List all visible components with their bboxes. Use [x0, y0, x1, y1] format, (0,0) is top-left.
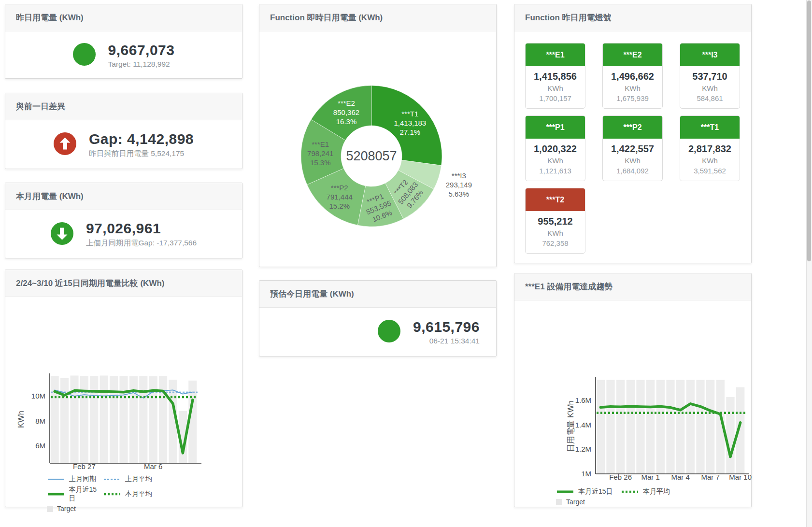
tile-label: ***I3 [680, 43, 740, 66]
tile-body: 1,415,856KWh1,700,157 [526, 66, 585, 108]
status-circle-icon [73, 43, 96, 68]
kpi-day-gap: Gap: 4,142,898 昨日與前日用電量 5,524,175 [5, 120, 242, 169]
donut-center-total: 5208057 [346, 149, 397, 163]
target-bar [656, 380, 665, 474]
tile-label: ***P2 [603, 116, 662, 139]
tile-value: 1,020,322 [527, 143, 584, 155]
day-gap-sub: 昨日與前日用電量 5,524,175 [89, 149, 194, 159]
card-estimate-title: 預估今日用電量 (KWh) [259, 281, 496, 308]
yesterday-usage-value: 9,667,073 [108, 42, 175, 58]
card-compare-title: 2/24~3/10 近15日同期用電量比較 (KWh) [5, 270, 242, 297]
legend-label: 本月近15日 [578, 487, 613, 496]
tile-label: ***E2 [603, 43, 662, 66]
scrollbar-track[interactable] [806, 0, 812, 527]
legend-label: 本月近15日 [69, 485, 103, 503]
scrollbar-thumb[interactable] [807, 0, 811, 261]
tile-value: 2,817,832 [681, 143, 739, 155]
tile-body: 955,212KWh762,358 [526, 211, 585, 253]
status-circle-icon [378, 320, 400, 344]
tile-target: 1,675,939 [604, 94, 661, 102]
card-status-tiles: Function 昨日用電燈號 ***E11,415,856KWh1,700,1… [514, 4, 752, 263]
trend-chart-legend: 本月近15日本月平均Target [556, 487, 685, 506]
legend-item: Target [47, 505, 103, 513]
target-bar [706, 380, 714, 474]
x-tick-label: Mar 6 [144, 462, 162, 470]
legend-item: 本月平均 [103, 485, 159, 503]
x-tick-label: Mar 4 [671, 473, 689, 481]
legend-line-swatch [47, 492, 65, 497]
legend-line-swatch [103, 477, 121, 482]
card-day-gap-title: 與前一日差異 [5, 93, 242, 120]
tile-body: 2,817,832KWh3,591,562 [680, 139, 740, 181]
tile-body: 1,020,322KWh1,121,613 [526, 139, 585, 181]
estimate-value: 9,615,796 [413, 319, 480, 335]
day-gap-value: Gap: 4,142,898 [89, 131, 194, 147]
tile-target: 762,358 [527, 239, 584, 247]
tile-unit: KWh [527, 229, 584, 237]
tile-value: 1,422,557 [604, 143, 661, 155]
dashboard-page: 昨日用電量 (KWh) 9,667,073 Target: 11,128,992… [0, 0, 812, 527]
target-bar [80, 376, 88, 463]
kpi-estimate: 9,615,796 06-21 15:34:41 [259, 308, 496, 356]
target-bar [616, 380, 625, 474]
arrow-up-circle-icon [54, 132, 76, 157]
yesterday-usage-target: Target: 11,128,992 [108, 60, 175, 69]
status-tile: ***P11,020,322KWh1,121,613 [525, 115, 585, 181]
tile-unit: KWh [527, 84, 584, 92]
target-bar [129, 376, 138, 463]
legend-line-swatch [103, 492, 121, 497]
status-tile: ***T12,817,832KWh3,591,562 [680, 115, 740, 181]
target-bar [636, 380, 644, 474]
y-axis-label: KWh [16, 411, 25, 428]
status-tile: ***E21,496,662KWh1,675,939 [602, 43, 663, 109]
target-bar [119, 376, 128, 463]
status-tile: ***E11,415,856KWh1,700,157 [525, 43, 585, 109]
card-trend-chart: ***E1 設備用電達成趨勢 1M1.2M1.4M1.6M日用電量 KWhFeb… [514, 273, 752, 507]
tile-value: 1,496,662 [604, 71, 661, 82]
legend-item: 本月平均 [621, 487, 685, 496]
tile-unit: KWh [681, 157, 739, 165]
y-tick-label: 1.6M [575, 396, 591, 404]
donut-slice-label: ***I3293,1495.63% [446, 171, 472, 198]
tile-unit: KWh [527, 157, 584, 165]
target-bar [70, 376, 78, 463]
tile-body: 537,710KWh584,861 [680, 66, 740, 108]
kpi-yesterday: 9,667,073 Target: 11,128,992 [5, 31, 242, 79]
legend-item: 本月近15日 [47, 485, 103, 503]
target-bar [100, 376, 108, 463]
target-bar [726, 397, 734, 474]
legend-label: 本月平均 [643, 487, 670, 496]
tile-body: 1,422,557KWh1,684,092 [603, 139, 662, 181]
legend-line-swatch [47, 477, 65, 482]
estimate-timestamp: 06-21 15:34:41 [413, 337, 480, 345]
card-yesterday-title: 昨日用電量 (KWh) [5, 4, 242, 31]
tile-value: 537,710 [681, 71, 739, 82]
legend-item: 本月近15日 [556, 487, 621, 496]
target-bar [696, 380, 704, 474]
legend-target-swatch [556, 499, 562, 505]
target-bar [627, 380, 635, 474]
tile-label: ***T1 [680, 116, 740, 139]
kpi-month: 97,026,961 上個月同期用電Gap: -17,377,566 [5, 210, 242, 258]
y-tick-label: 1M [581, 470, 591, 478]
target-bar [676, 380, 684, 474]
realtime-donut-chart: ***T11,413,18327.1%***I3293,1495.63%***T… [259, 30, 496, 267]
target-bar [60, 378, 69, 463]
status-tile: ***I3537,710KWh584,861 [680, 43, 740, 109]
legend-line-swatch [556, 489, 574, 494]
card-month-usage: 本月用電量 (KWh) 97,026,961 上個月同期用電Gap: -17,3… [5, 183, 242, 258]
legend-label: Target [566, 498, 585, 506]
tile-unit: KWh [604, 157, 661, 165]
tile-label: ***P1 [526, 116, 585, 139]
legend-label: 上月平均 [125, 475, 152, 484]
status-tiles-grid: ***E11,415,856KWh1,700,157***E21,496,662… [514, 31, 751, 254]
tile-value: 1,415,856 [527, 71, 584, 82]
card-estimate-today: 預估今日用電量 (KWh) 9,615,796 06-21 15:34:41 [259, 280, 497, 356]
card-compare-chart: 2/24~3/10 近15日同期用電量比較 (KWh) 6M8M10MKWhFe… [5, 270, 242, 507]
y-tick-label: 8M [35, 417, 45, 425]
target-bar [51, 376, 59, 463]
y-tick-label: 10M [31, 392, 45, 400]
legend-target-swatch [47, 506, 53, 512]
x-tick-label: Feb 26 [609, 473, 632, 481]
card-donut-title: Function 即時日用電量 (KWh) [259, 4, 496, 31]
